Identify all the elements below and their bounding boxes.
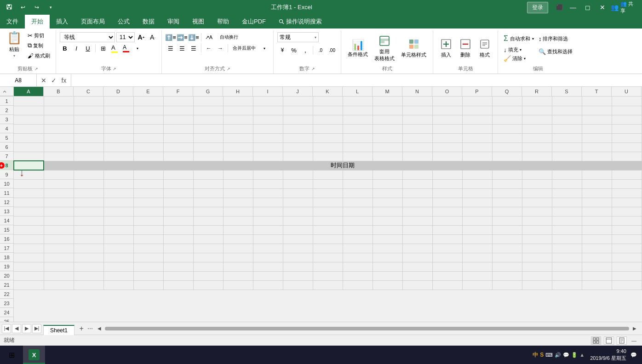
menu-search[interactable]: 操作说明搜索 bbox=[272, 15, 328, 28]
notification-icon[interactable]: 💬 bbox=[563, 352, 569, 358]
table-style-button[interactable]: 套用表格格式 bbox=[372, 35, 397, 63]
col-header-M[interactable]: M bbox=[373, 87, 402, 96]
dec-dec-button[interactable]: .00 bbox=[327, 45, 337, 55]
font-shrink-button[interactable]: A- bbox=[148, 32, 158, 42]
indent-inc-button[interactable]: → bbox=[215, 43, 225, 53]
menu-file[interactable]: 文件 bbox=[0, 15, 25, 28]
copy-button[interactable]: ⧉复制 bbox=[26, 41, 52, 50]
merge-dropdown[interactable]: ▾ bbox=[259, 43, 269, 53]
row-header-22[interactable]: 22 bbox=[0, 290, 13, 299]
dec-inc-button[interactable]: .0 bbox=[315, 45, 326, 55]
row-header-1[interactable]: 1 bbox=[0, 97, 13, 106]
cut-button[interactable]: ✂剪切 bbox=[26, 31, 52, 40]
col-header-N[interactable]: N bbox=[402, 87, 432, 96]
row-header-14[interactable]: 14 bbox=[0, 216, 13, 225]
font-grow-button[interactable]: A+ bbox=[136, 32, 146, 42]
currency-button[interactable]: ¥ bbox=[277, 45, 287, 55]
cell-B8-merged[interactable]: 时间日期 bbox=[44, 161, 642, 170]
share-button[interactable]: 👥👥 共享 bbox=[611, 2, 638, 13]
view-page-button[interactable] bbox=[617, 336, 627, 345]
indent-dec-button[interactable]: ← bbox=[204, 43, 214, 53]
col-header-B[interactable]: B bbox=[44, 87, 74, 96]
col-header-K[interactable]: K bbox=[313, 87, 343, 96]
col-header-J[interactable]: J bbox=[283, 87, 313, 96]
horizontal-scroll-left[interactable]: ◀ bbox=[96, 325, 103, 332]
row-header-23[interactable]: 23 bbox=[0, 299, 13, 308]
menu-data[interactable]: 数据 bbox=[136, 15, 161, 28]
menu-formula[interactable]: 公式 bbox=[111, 15, 136, 28]
row-header-4[interactable]: 4 bbox=[0, 124, 13, 133]
align-right-button[interactable]: ☰ bbox=[189, 43, 199, 53]
orientation-button[interactable]: ↗A bbox=[204, 32, 214, 42]
sougou-icon[interactable]: S bbox=[540, 352, 544, 358]
col-header-F[interactable]: F bbox=[163, 87, 193, 96]
fill-button[interactable]: ↓填充 ▾ bbox=[502, 46, 536, 54]
col-header-Q[interactable]: Q bbox=[492, 87, 522, 96]
find-select-button[interactable]: 🔍查找和选择 bbox=[537, 47, 574, 56]
cell-A8[interactable] bbox=[14, 161, 44, 170]
format-cells-button[interactable]: 格式 bbox=[476, 35, 494, 63]
row-header-6[interactable]: 6 bbox=[0, 142, 13, 152]
align-bottom-button[interactable]: ⬇️≡ bbox=[189, 32, 199, 42]
row-header-15[interactable]: 15 bbox=[0, 225, 13, 234]
name-box[interactable] bbox=[0, 74, 37, 86]
row-header-11[interactable]: 11 bbox=[0, 188, 13, 198]
number-expand[interactable]: ↗ bbox=[311, 67, 315, 71]
quick-access-undo[interactable]: ↩ bbox=[17, 2, 29, 13]
view-normal-button[interactable] bbox=[591, 336, 601, 345]
insert-cells-button[interactable]: 插入 bbox=[437, 35, 455, 63]
format-paint-button[interactable]: 🖌格式刷 bbox=[26, 51, 52, 60]
menu-review[interactable]: 审阅 bbox=[161, 15, 186, 28]
insert-function-button[interactable]: fx bbox=[60, 77, 68, 84]
percent-button[interactable]: % bbox=[289, 45, 299, 55]
row-header-10[interactable]: 10 bbox=[0, 179, 13, 188]
menu-layout[interactable]: 页面布局 bbox=[75, 15, 111, 28]
fill-color-button[interactable]: A bbox=[109, 43, 120, 53]
alignment-expand[interactable]: ↗ bbox=[227, 67, 230, 71]
row-header-8[interactable]: 8 + bbox=[0, 161, 13, 170]
row-header-7[interactable]: 7 bbox=[0, 152, 13, 161]
row-header-24[interactable]: 24 bbox=[0, 308, 13, 317]
row-header-12[interactable]: 12 bbox=[0, 198, 13, 207]
col-header-P[interactable]: P bbox=[462, 87, 492, 96]
quick-access-redo[interactable]: ↪ bbox=[31, 2, 42, 13]
formula-cancel-button[interactable]: ✕ bbox=[40, 77, 48, 84]
sheet-scroll-last[interactable]: ▶| bbox=[32, 324, 41, 333]
underline-button[interactable]: U bbox=[83, 43, 93, 53]
start-button[interactable]: ⊞ bbox=[0, 346, 23, 364]
menu-home[interactable]: 开始 bbox=[25, 15, 50, 28]
tray-expand-icon[interactable]: ▲ bbox=[579, 352, 585, 358]
col-header-D[interactable]: D bbox=[103, 87, 133, 96]
horizontal-scrollbar[interactable] bbox=[105, 327, 629, 330]
col-header-R[interactable]: R bbox=[522, 87, 552, 96]
delete-cells-button[interactable]: 删除 bbox=[456, 35, 475, 63]
menu-help[interactable]: 帮助 bbox=[211, 15, 235, 28]
menu-view[interactable]: 视图 bbox=[186, 15, 211, 28]
italic-button[interactable]: I bbox=[71, 43, 81, 53]
keyboard-icon[interactable]: ⌨ bbox=[545, 352, 553, 358]
col-header-C[interactable]: C bbox=[74, 87, 103, 96]
merge-center-button[interactable]: 合并后居中 bbox=[230, 43, 258, 53]
ribbon-toggle-button[interactable]: ⬛ bbox=[554, 2, 565, 13]
close-button[interactable]: ✕ bbox=[596, 2, 609, 13]
row-header-20[interactable]: 20 bbox=[0, 271, 13, 280]
conditional-format-button[interactable]: 📊 条件格式 bbox=[345, 35, 371, 63]
sheet-scroll-first[interactable]: |◀ bbox=[2, 324, 11, 333]
clock[interactable]: 9:40 2019/9/6 星期五 bbox=[590, 348, 626, 362]
align-center-button[interactable]: ☰ bbox=[177, 43, 187, 53]
login-button[interactable]: 登录 bbox=[527, 2, 548, 13]
align-left-button[interactable]: ☰ bbox=[166, 43, 176, 53]
clear-button[interactable]: 🧹清除 ▾ bbox=[502, 54, 536, 63]
sheet-scroll-left[interactable]: ◀ bbox=[12, 324, 21, 333]
add-sheet-button[interactable]: + bbox=[76, 324, 86, 334]
sheet-menu-button[interactable]: ⋯ bbox=[86, 325, 94, 332]
row-header-17[interactable]: 17 bbox=[0, 244, 13, 253]
quick-access-more[interactable]: ▾ bbox=[45, 2, 56, 13]
comma-button[interactable]: , bbox=[300, 45, 310, 55]
quick-access-save[interactable] bbox=[4, 2, 15, 13]
formula-input[interactable] bbox=[71, 77, 642, 84]
sort-filter-button[interactable]: ↕排序和筛选 bbox=[537, 32, 574, 45]
autosum-button[interactable]: Σ 自动求和 ▾ bbox=[502, 32, 536, 45]
font-size-select[interactable]: 11 bbox=[116, 32, 135, 42]
col-header-L[interactable]: L bbox=[343, 87, 373, 96]
